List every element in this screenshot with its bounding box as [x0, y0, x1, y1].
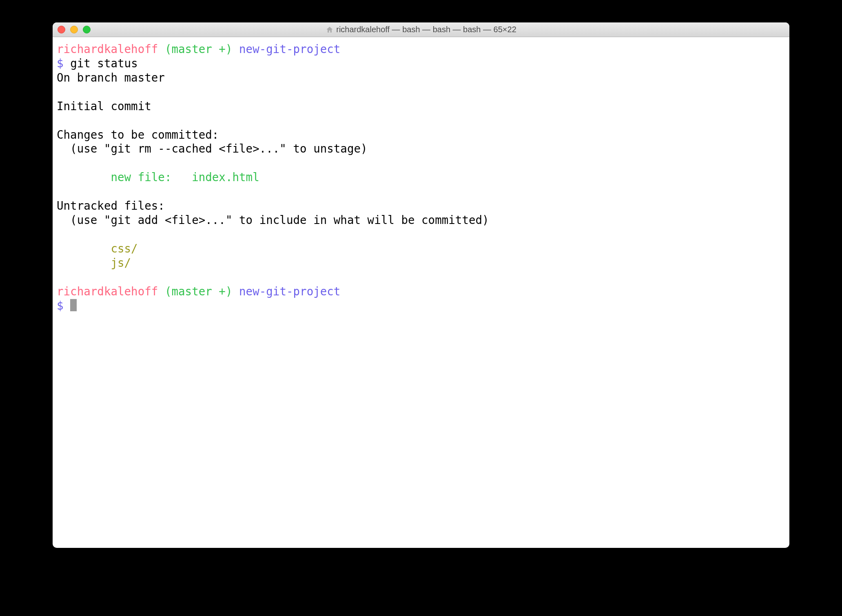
- prompt-user: richardkalehoff: [57, 285, 158, 298]
- prompt-directory: new-git-project: [239, 42, 340, 55]
- output-line: Initial commit: [57, 100, 151, 113]
- cursor: [70, 299, 77, 311]
- prompt-branch: (master +): [165, 285, 233, 298]
- untracked-file: css/: [57, 242, 138, 255]
- title-wrap: richardkalehoff — bash — bash — bash — 6…: [53, 25, 789, 34]
- terminal-output[interactable]: richardkalehoff (master +) new-git-proje…: [53, 37, 789, 548]
- window-titlebar[interactable]: richardkalehoff — bash — bash — bash — 6…: [53, 22, 789, 37]
- home-icon: [326, 26, 334, 34]
- output-line: Untracked files:: [57, 199, 165, 212]
- staged-file: new file: index.html: [57, 171, 259, 184]
- prompt-directory: new-git-project: [239, 285, 340, 298]
- untracked-file: js/: [57, 256, 131, 269]
- output-line: (use "git rm --cached <file>..." to unst…: [57, 142, 368, 155]
- output-line: On branch master: [57, 71, 165, 84]
- prompt-symbol: $: [57, 57, 64, 70]
- command-text: git status: [70, 57, 138, 70]
- close-button[interactable]: [58, 26, 65, 33]
- zoom-button[interactable]: [83, 26, 91, 33]
- prompt-branch: (master +): [165, 42, 233, 55]
- minimize-button[interactable]: [70, 26, 78, 33]
- output-line: (use "git add <file>..." to include in w…: [57, 213, 489, 226]
- prompt-symbol: $: [57, 299, 64, 312]
- traffic-lights: [58, 26, 91, 33]
- window-title: richardkalehoff — bash — bash — bash — 6…: [336, 25, 516, 34]
- prompt-user: richardkalehoff: [57, 42, 158, 55]
- terminal-window: richardkalehoff — bash — bash — bash — 6…: [53, 22, 789, 548]
- output-line: Changes to be committed:: [57, 128, 219, 141]
